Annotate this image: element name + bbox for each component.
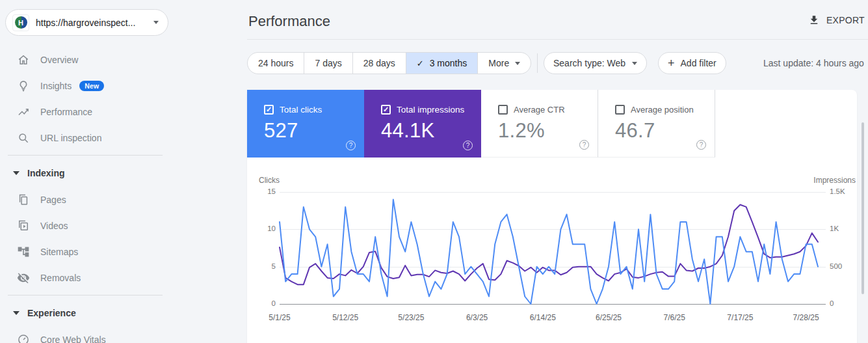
new-badge: New [79, 81, 104, 91]
chip-label: 3 months [430, 58, 467, 68]
chip-label: Search type: Web [553, 58, 625, 68]
metric-value: 1.2% [498, 119, 545, 143]
chip-label: Add filter [681, 58, 717, 68]
x-axis-line [280, 304, 826, 305]
chip-7-days[interactable]: 7 days [304, 53, 352, 74]
chip-28-days[interactable]: 28 days [353, 53, 406, 74]
export-label: EXPORT [826, 15, 865, 25]
metric-checkbox-1[interactable] [381, 105, 391, 115]
y-tick-right: 1.5K [830, 187, 845, 195]
sidebar-item-label: Removals [40, 273, 81, 283]
chip-24-hours[interactable]: 24 hours [248, 53, 304, 74]
x-tick-label: 6/25/25 [596, 313, 622, 322]
sidebar-item-core-web-vitals[interactable]: Core Web Vitals [0, 327, 170, 343]
download-icon [808, 14, 820, 26]
metric-card-total-clicks[interactable]: Total clicks 527 ? [247, 90, 364, 158]
help-icon[interactable]: ? [579, 140, 589, 150]
y-tick: 15 [256, 187, 276, 195]
chevron-down-icon [632, 62, 637, 65]
chip-3-months-selected[interactable]: 3 months [406, 53, 479, 74]
metric-card-average-position[interactable]: Average position 46.7 ? [598, 90, 715, 158]
help-icon[interactable]: ? [696, 140, 706, 150]
sidebar-divider [8, 295, 163, 295]
metric-label: Average position [631, 105, 694, 115]
site-favicon-letter: H [15, 16, 27, 29]
help-icon[interactable]: ? [346, 141, 356, 150]
sidebar-item-pages[interactable]: Pages [0, 187, 170, 213]
series-clicks-line [280, 200, 818, 305]
sidebar-item-sitemaps[interactable]: Sitemaps [0, 239, 170, 265]
sidebar-item-performance[interactable]: Performance [0, 99, 170, 125]
plus-icon [668, 57, 675, 69]
pages-icon [17, 193, 30, 206]
site-favicon: H [12, 14, 29, 31]
sidebar-item-label: URL inspection [40, 133, 101, 143]
property-selector[interactable]: H https://hargroveinspect... [5, 9, 168, 36]
sidebar-item-insights[interactable]: Insights New [0, 73, 170, 99]
y-tick-right: 1K [830, 225, 839, 232]
add-filter-chip[interactable]: Add filter [658, 52, 726, 74]
sidebar-item-label: Performance [40, 107, 92, 117]
x-tick-label: 6/3/25 [466, 313, 488, 322]
header-divider [247, 39, 868, 40]
metric-card-total-impressions[interactable]: Total impressions 44.1K ? [364, 90, 481, 158]
property-url: https://hargroveinspect... [36, 18, 153, 28]
metric-label: Total impressions [397, 105, 464, 115]
sidebar: Overview Insights New Performance URL in… [0, 47, 170, 343]
sidebar-item-removals[interactable]: Removals [0, 265, 170, 291]
chip-group-divider [537, 53, 538, 73]
sidebar-divider [8, 155, 163, 156]
sidebar-item-label: Overview [40, 55, 78, 65]
collapse-triangle-icon [13, 311, 20, 315]
y-tick-right: 0 [830, 299, 834, 307]
trending-up-icon [17, 105, 30, 118]
chip-more[interactable]: More [478, 53, 531, 74]
metric-value: 46.7 [615, 119, 655, 143]
date-range-chip-group: 24 hours 7 days 28 days 3 months More [247, 52, 531, 74]
metric-card-average-ctr[interactable]: Average CTR 1.2% ? [481, 90, 598, 158]
sidebar-item-label: Core Web Vitals [40, 335, 106, 343]
metric-checkbox-0[interactable] [264, 105, 274, 115]
sidebar-item-label: Videos [40, 221, 68, 231]
speedometer-icon [17, 333, 30, 343]
x-tick-label: 7/6/25 [664, 313, 685, 322]
search-type-chip[interactable]: Search type: Web [544, 52, 647, 74]
metric-label: Total clicks [280, 105, 322, 115]
export-button[interactable]: EXPORT [808, 14, 865, 26]
metric-value: 44.1K [381, 119, 435, 143]
sidebar-item-label: Insights [40, 81, 72, 91]
metric-checkbox-2[interactable] [498, 105, 508, 115]
metric-row: Total clicks 527 ? Total impressions 44.… [247, 90, 857, 158]
chevron-down-icon [515, 62, 520, 65]
eye-off-icon [17, 271, 30, 284]
sidebar-section-experience[interactable]: Experience [0, 299, 170, 327]
sidebar-item-url-inspection[interactable]: URL inspection [0, 125, 170, 151]
series-impressions-line [280, 205, 818, 285]
x-tick-label: 7/28/25 [793, 313, 819, 322]
metric-value: 527 [264, 119, 298, 143]
chevron-down-icon [153, 21, 159, 24]
x-axis-labels: 5/1/255/12/255/23/256/3/256/14/256/25/25… [280, 313, 824, 323]
sidebar-section-indexing[interactable]: Indexing [0, 159, 170, 187]
sidebar-item-overview[interactable]: Overview [0, 47, 170, 73]
sitemap-icon [17, 245, 30, 258]
sidebar-item-label: Sitemaps [40, 247, 78, 257]
last-update-text: Last update: 4 hours ago [763, 58, 864, 68]
sidebar-section-label: Experience [27, 308, 76, 318]
x-tick-label: 5/12/25 [332, 313, 358, 322]
help-icon[interactable]: ? [463, 141, 473, 150]
x-tick-label: 5/1/25 [269, 313, 290, 322]
metric-checkbox-3[interactable] [615, 105, 625, 115]
page-title: Performance [248, 13, 330, 30]
left-axis-title: Clicks [259, 176, 280, 185]
collapse-triangle-icon [13, 171, 20, 175]
sidebar-item-videos[interactable]: Videos [0, 213, 170, 239]
sidebar-section-label: Indexing [27, 168, 65, 178]
y-tick: 10 [256, 225, 276, 232]
sidebar-item-label: Pages [40, 195, 66, 205]
metric-label: Average CTR [514, 105, 565, 115]
vertical-scrollbar[interactable] [861, 122, 864, 294]
right-axis-title: Impressions [806, 176, 856, 185]
search-icon [17, 131, 30, 144]
x-tick-label: 7/17/25 [727, 313, 753, 322]
